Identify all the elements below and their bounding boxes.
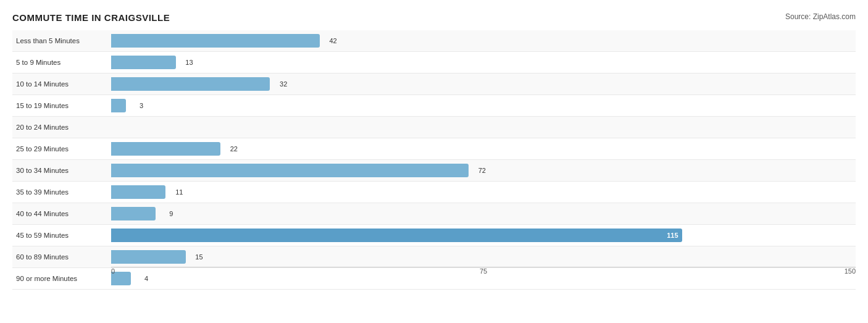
x-tick: 150 bbox=[845, 267, 856, 275]
bar-label: 15 to 19 Minutes bbox=[12, 102, 111, 109]
bar-track: 15 bbox=[111, 250, 856, 264]
bars-area: Less than 5 Minutes425 to 9 Minutes1310 … bbox=[12, 30, 856, 267]
chart-source: Source: ZipAtlas.com bbox=[785, 12, 856, 21]
bar-row: 15 to 19 Minutes3 bbox=[12, 95, 856, 117]
bar-track: 9 bbox=[111, 207, 856, 220]
bar-value: 32 bbox=[280, 80, 287, 88]
bar-label: Less than 5 Minutes bbox=[12, 37, 111, 44]
bar-row: Less than 5 Minutes42 bbox=[12, 30, 856, 52]
bar-track: 115 bbox=[111, 229, 856, 242]
bar-track: 22 bbox=[111, 142, 856, 156]
bar-value: 9 bbox=[169, 210, 173, 217]
chart-body: Less than 5 Minutes425 to 9 Minutes1310 … bbox=[12, 30, 856, 285]
bar-label: 5 to 9 Minutes bbox=[12, 59, 111, 66]
bar-track: 3 bbox=[111, 99, 856, 112]
bar-label: 25 to 29 Minutes bbox=[12, 145, 111, 153]
bar-fill: 32 bbox=[111, 77, 270, 91]
bar-track bbox=[111, 120, 856, 134]
bar-label: 90 or more Minutes bbox=[12, 275, 111, 282]
bar-value: 72 bbox=[478, 167, 486, 174]
bar-label: 20 to 24 Minutes bbox=[12, 124, 111, 131]
x-axis: 075150 bbox=[111, 267, 856, 285]
bar-row: 40 to 44 Minutes9 bbox=[12, 203, 856, 225]
bar-row: 5 to 9 Minutes13 bbox=[12, 52, 856, 73]
bar-value: 3 bbox=[140, 102, 143, 109]
chart-title: COMMUTE TIME IN CRAIGSVILLE bbox=[12, 12, 170, 23]
bar-label: 30 to 34 Minutes bbox=[12, 167, 111, 174]
bar-fill: 115 bbox=[111, 229, 682, 242]
bar-fill: 9 bbox=[111, 207, 156, 220]
bar-label: 10 to 14 Minutes bbox=[12, 80, 111, 88]
chart-header: COMMUTE TIME IN CRAIGSVILLE Source: ZipA… bbox=[12, 12, 856, 23]
bar-row: 45 to 59 Minutes115 bbox=[12, 225, 856, 246]
bar-value: 15 bbox=[195, 253, 202, 261]
bar-value: 22 bbox=[230, 145, 238, 153]
bar-track: 32 bbox=[111, 77, 856, 91]
x-tick: 0 bbox=[111, 267, 115, 275]
bar-fill: 3 bbox=[111, 99, 126, 112]
x-tick: 75 bbox=[480, 267, 487, 275]
bar-label: 35 to 39 Minutes bbox=[12, 188, 111, 196]
bar-fill: 13 bbox=[111, 56, 176, 69]
bar-value: 115 bbox=[667, 232, 678, 239]
bar-value: 42 bbox=[329, 37, 336, 44]
bar-fill: 22 bbox=[111, 142, 220, 156]
bar-label: 40 to 44 Minutes bbox=[12, 210, 111, 217]
bar-fill: 72 bbox=[111, 164, 469, 177]
bar-track: 42 bbox=[111, 34, 856, 48]
bar-label: 60 to 89 Minutes bbox=[12, 253, 111, 261]
bar-row: 35 to 39 Minutes11 bbox=[12, 182, 856, 203]
bar-label: 45 to 59 Minutes bbox=[12, 232, 111, 239]
bar-row: 25 to 29 Minutes22 bbox=[12, 138, 856, 160]
bar-track: 11 bbox=[111, 185, 856, 199]
bar-row: 60 to 89 Minutes15 bbox=[12, 246, 856, 268]
bar-row: 30 to 34 Minutes72 bbox=[12, 160, 856, 182]
bar-value: 11 bbox=[175, 188, 183, 196]
bar-fill: 42 bbox=[111, 34, 320, 48]
chart-container: COMMUTE TIME IN CRAIGSVILLE Source: ZipA… bbox=[0, 0, 868, 323]
bar-track: 13 bbox=[111, 56, 856, 69]
bar-row: 20 to 24 Minutes bbox=[12, 117, 856, 138]
bar-value: 13 bbox=[185, 59, 193, 66]
bar-fill: 11 bbox=[111, 185, 165, 199]
bar-fill: 15 bbox=[111, 250, 186, 264]
bar-row: 10 to 14 Minutes32 bbox=[12, 73, 856, 95]
bar-track: 72 bbox=[111, 164, 856, 177]
